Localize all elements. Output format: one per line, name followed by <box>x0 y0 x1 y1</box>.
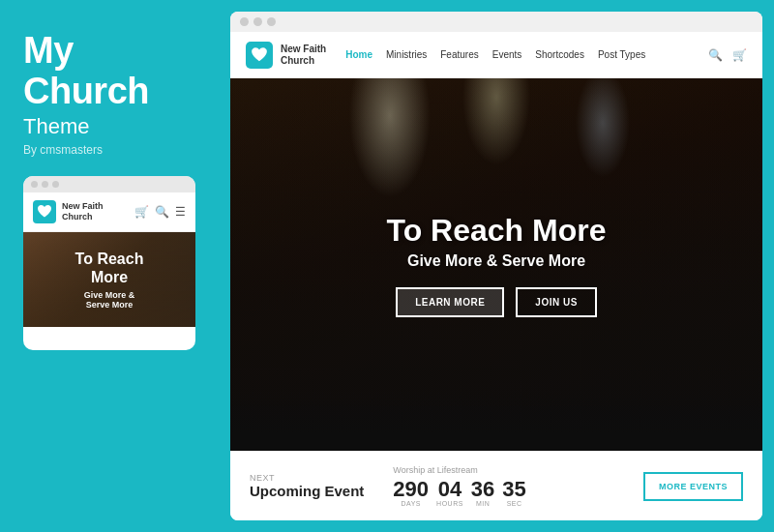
countdown-min: 36 MIN <box>471 479 494 507</box>
mobile-header: New FaithChurch 🛒 🔍 ☰ <box>23 192 195 232</box>
heart-icon <box>37 204 52 220</box>
nav-home[interactable]: Home <box>345 49 372 60</box>
nav-logo-text: New FaithChurch <box>281 44 326 67</box>
join-us-button[interactable]: JOIN US <box>516 287 597 317</box>
nav-post-types[interactable]: Post Types <box>598 49 645 60</box>
mobile-logo-icon <box>33 200 56 223</box>
browser-dot-1 <box>240 17 249 26</box>
countdown-min-unit: MIN <box>471 500 494 507</box>
countdown-days: 290 DAYS <box>393 479 429 507</box>
bottom-strip: Next Upcoming Event Worship at Lifestrea… <box>230 451 762 520</box>
menu-icon[interactable]: ☰ <box>175 205 186 219</box>
hero-section: To Reach More Give More & Serve More LEA… <box>230 78 762 451</box>
next-event-label: Next <box>250 473 364 483</box>
next-event-title: Upcoming Event <box>250 483 364 500</box>
more-events-button[interactable]: MORE EVENTS <box>643 472 743 501</box>
countdown-area: Worship at Lifestream 290 DAYS 04 HOURS … <box>393 465 614 507</box>
hero-content: To Reach More Give More & Serve More LEA… <box>387 213 607 317</box>
next-event: Next Upcoming Event <box>250 473 364 500</box>
mobile-hero: To ReachMore Give More &Serve More <box>23 232 195 327</box>
nav-heart-icon <box>251 46 268 64</box>
countdown-days-num: 290 <box>393 479 429 500</box>
mobile-logo-area: New FaithChurch <box>33 200 104 223</box>
mobile-hero-title: To ReachMore <box>33 250 186 286</box>
countdown-hours-unit: HOURS <box>436 500 463 507</box>
theme-subtitle: Theme <box>23 114 199 139</box>
mobile-preview: New FaithChurch 🛒 🔍 ☰ To ReachMore Give … <box>23 176 195 350</box>
countdown-hours: 04 HOURS <box>436 479 463 507</box>
mobile-nav-icons: 🛒 🔍 ☰ <box>134 205 186 219</box>
nav-basket-icon[interactable]: 🛒 <box>732 48 747 62</box>
browser-dot-3 <box>267 17 276 26</box>
theme-title: MyChurch <box>23 31 199 112</box>
countdown-boxes: 290 DAYS 04 HOURS 36 MIN 35 SEC <box>393 479 614 507</box>
basket-icon[interactable]: 🛒 <box>134 205 149 219</box>
hero-buttons: LEARN MORE JOIN US <box>387 287 607 317</box>
worship-label: Worship at Lifestream <box>393 465 614 475</box>
countdown-sec-unit: SEC <box>502 500 525 507</box>
nav-features[interactable]: Features <box>440 49 478 60</box>
theme-author: By cmsmasters <box>23 143 199 157</box>
nav-links: Home Ministries Features Events Shortcod… <box>345 49 708 60</box>
mobile-hero-sub: Give More &Serve More <box>33 290 186 310</box>
nav-events[interactable]: Events <box>492 49 522 60</box>
nav-logo-area: New FaithChurch <box>246 42 326 69</box>
countdown-hours-num: 04 <box>436 479 463 500</box>
search-icon[interactable]: 🔍 <box>155 205 169 219</box>
countdown-min-num: 36 <box>471 479 494 500</box>
learn-more-button[interactable]: LEARN MORE <box>396 287 504 317</box>
site-nav: New FaithChurch Home Ministries Features… <box>230 32 762 78</box>
countdown-sec: 35 SEC <box>502 479 525 507</box>
mobile-dot-2 <box>42 181 48 188</box>
nav-ministries[interactable]: Ministries <box>386 49 427 60</box>
left-panel: MyChurch Theme By cmsmasters New FaithCh… <box>0 0 223 532</box>
browser-window: New FaithChurch Home Ministries Features… <box>230 12 762 520</box>
browser-bar <box>230 12 762 32</box>
mobile-browser-bar <box>23 176 195 192</box>
mobile-logo-text: New FaithChurch <box>62 201 104 222</box>
nav-right-icons: 🔍 🛒 <box>708 48 747 62</box>
countdown-days-unit: DAYS <box>393 500 429 507</box>
countdown-sec-num: 35 <box>502 479 525 500</box>
mobile-dot-1 <box>31 181 38 188</box>
browser-dot-2 <box>253 17 262 26</box>
nav-logo-icon <box>246 42 273 69</box>
right-panel: New FaithChurch Home Ministries Features… <box>223 0 774 532</box>
hero-subtitle: Give More & Serve More <box>387 252 607 270</box>
mobile-dot-3 <box>52 181 59 188</box>
nav-search-icon[interactable]: 🔍 <box>708 48 723 62</box>
hero-title: To Reach More <box>387 213 607 249</box>
nav-shortcodes[interactable]: Shortcodes <box>535 49 584 60</box>
